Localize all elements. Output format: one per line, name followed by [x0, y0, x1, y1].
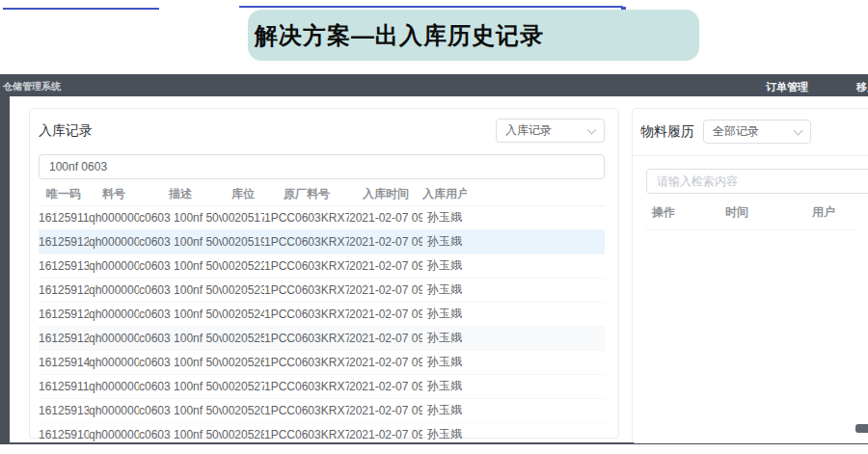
- nav-item-order-management[interactable]: 订单管理: [766, 80, 808, 94]
- table-row[interactable]: 1612591154qh0000000045 c0603 100nf 50v 1…: [39, 205, 605, 229]
- app-window: 仓储管理系统 订单管理 移库管理 入库记录 入库记录: [0, 74, 868, 444]
- inbound-records-panel: 入库记录 入库记录 唯一码 料号 描述 库位: [29, 108, 619, 439]
- col-location: 库位: [222, 184, 264, 205]
- table-row[interactable]: 1612591251qh0000000045 c0603 100nf 50v 1…: [39, 302, 605, 326]
- deco-blue-line-right: [239, 6, 623, 8]
- table-row[interactable]: 1612591095qh0000000045 c0603 100nf 50v 1…: [39, 422, 605, 444]
- inbound-search-input[interactable]: [39, 154, 605, 179]
- deco-blue-line-left: [3, 8, 159, 10]
- col-unique-code: 唯一码: [39, 184, 89, 205]
- history-table-header-row: 操作 时间 用户: [646, 204, 854, 230]
- chevron-down-icon: [794, 125, 803, 135]
- col-inbound-time: 入库时间: [349, 184, 422, 205]
- slide-title: 解决方案—出入库历史记录: [255, 20, 544, 51]
- inbound-panel-title: 入库记录: [39, 122, 93, 140]
- record-type-select-value: 入库记录: [505, 122, 552, 139]
- horizontal-scrollbar-thumb[interactable]: [855, 424, 868, 433]
- table-row[interactable]: 1612591234qh0000000045 c0603 100nf 50v 1…: [39, 229, 605, 254]
- nav-item-move-management[interactable]: 移库管理: [856, 80, 868, 94]
- col-inbound-user: 入库用户: [422, 184, 467, 205]
- table-row[interactable]: 1612591330qh0000000045 c0603 100nf 50v 1…: [39, 398, 605, 422]
- col-filler: [467, 184, 605, 205]
- col-time: 时间: [681, 204, 793, 221]
- inbound-table-body: 1612591154qh0000000045 c0603 100nf 50v 1…: [39, 205, 605, 444]
- history-panel-title: 物料履历: [640, 123, 694, 141]
- app-content: 入库记录 入库记录 唯一码 料号 描述 库位: [10, 96, 868, 442]
- chevron-down-icon: [587, 124, 597, 134]
- slide-title-banner: 解决方案—出入库历史记录: [248, 10, 699, 61]
- table-row[interactable]: 1612591298qh0000000045 c0603 100nf 50v 1…: [39, 278, 605, 302]
- table-row[interactable]: 1612591308qh0000000045 c0603 100nf 50v 1…: [39, 254, 605, 278]
- col-mfr-part-number: 原厂料号: [264, 184, 349, 205]
- material-history-panel: 物料履历 全部记录 操作 时间 用户: [632, 108, 868, 443]
- history-filter-select-value: 全部记录: [713, 123, 759, 140]
- app-titlebar: 仓储管理系统 订单管理 移库管理: [0, 74, 868, 96]
- inbound-records-table: 唯一码 料号 描述 库位 原厂料号 入库时间 入库用户 1612591154qh…: [39, 184, 605, 444]
- col-description: 描述: [139, 184, 222, 205]
- table-row[interactable]: 1612591243qh0000000045 c0603 100nf 50v 1…: [39, 326, 605, 350]
- col-part-number: 料号: [89, 184, 139, 205]
- history-search-input[interactable]: [646, 169, 868, 194]
- col-operation: 操作: [646, 204, 681, 221]
- app-brand: 仓储管理系统: [3, 80, 61, 93]
- record-type-select[interactable]: 入库记录: [496, 119, 605, 143]
- history-filter-select[interactable]: 全部记录: [703, 120, 811, 144]
- table-row[interactable]: 1612591443qh0000000045 c0603 100nf 50v 1…: [39, 350, 605, 374]
- col-user: 用户: [793, 204, 854, 221]
- history-empty-state: 暂无数据: [645, 443, 828, 444]
- inbound-table-header-row: 唯一码 料号 描述 库位 原厂料号 入库时间 入库用户: [39, 184, 605, 205]
- table-row[interactable]: 1612591103qh0000000045 c0603 100nf 50v 1…: [39, 374, 605, 398]
